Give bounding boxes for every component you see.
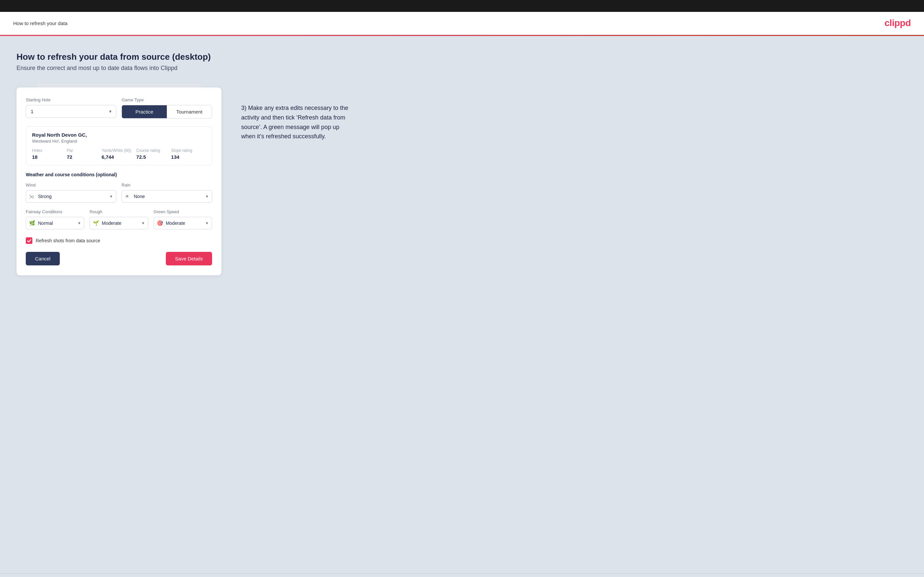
- card-hint: [37, 84, 201, 87]
- stat-course-rating: Course rating 72.5: [136, 148, 171, 160]
- course-rating-label: Course rating: [136, 148, 171, 153]
- conditions-bottom-row: Fairway Conditions 🌿 Normal Soft Hard ▼: [26, 209, 212, 229]
- fairway-select[interactable]: Normal Soft Hard: [26, 217, 84, 229]
- cancel-button[interactable]: Cancel: [26, 252, 60, 265]
- page-heading: How to refresh your data from source (de…: [16, 52, 908, 62]
- stat-par: Par 72: [67, 148, 102, 160]
- rough-col: Rough 🌱 Moderate Light Heavy ▼: [89, 209, 148, 229]
- starting-hole-col: Starting Hole 1 10 ▼: [26, 97, 116, 119]
- rain-col: Rain ☀ None Light Heavy ▼: [121, 182, 212, 203]
- par-label: Par: [67, 148, 102, 153]
- green-dropdown-wrapper: 🎯 Moderate Slow Fast ▼: [153, 217, 212, 229]
- slope-value: 134: [171, 154, 206, 160]
- starting-hole-select[interactable]: 1 10: [26, 105, 116, 118]
- side-note: 3) Make any extra edits necessary to the…: [241, 84, 354, 141]
- conditions-title: Weather and course conditions (optional): [26, 172, 212, 177]
- wind-col: Wind 🌬 Strong None Light Moderate ▼: [26, 182, 116, 203]
- logo: clippd: [885, 18, 911, 28]
- slope-label: Slope rating: [171, 148, 206, 153]
- side-note-text: 3) Make any extra edits necessary to the…: [241, 103, 354, 141]
- fairway-dropdown-wrapper: 🌿 Normal Soft Hard ▼: [26, 217, 84, 229]
- course-card: Royal North Devon GC, Westward Ho!, Engl…: [26, 126, 212, 165]
- rain-select[interactable]: None Light Heavy: [121, 190, 212, 203]
- starting-hole-label: Starting Hole: [26, 97, 116, 102]
- wind-select[interactable]: Strong None Light Moderate: [26, 190, 116, 203]
- course-rating-value: 72.5: [136, 154, 171, 160]
- refresh-checkbox[interactable]: [26, 237, 32, 244]
- starting-hole-wrapper: 1 10 ▼: [26, 105, 116, 118]
- green-speed-select[interactable]: Moderate Slow Fast: [153, 217, 212, 229]
- green-speed-label: Green Speed: [153, 209, 212, 214]
- form-card: Starting Hole 1 10 ▼ Game Type Practi: [16, 84, 221, 275]
- yards-label: Yards/White (M)): [102, 148, 136, 153]
- yards-value: 6,744: [102, 154, 136, 160]
- tournament-button[interactable]: Tournament: [167, 105, 212, 118]
- fairway-label: Fairway Conditions: [26, 209, 84, 214]
- refresh-label: Refresh shots from data source: [36, 238, 100, 243]
- content-area: Starting Hole 1 10 ▼ Game Type Practi: [16, 84, 908, 275]
- footer: Copyright Clippd 2022: [0, 573, 924, 577]
- rough-select[interactable]: Moderate Light Heavy: [89, 217, 148, 229]
- header-title: How to refresh your data: [13, 21, 68, 26]
- top-bar: [0, 0, 924, 12]
- course-name: Royal North Devon GC,: [32, 132, 206, 138]
- course-location: Westward Ho!, England: [32, 139, 206, 143]
- refresh-checkbox-row: Refresh shots from data source: [26, 237, 212, 244]
- rough-dropdown-wrapper: 🌱 Moderate Light Heavy ▼: [89, 217, 148, 229]
- fairway-col: Fairway Conditions 🌿 Normal Soft Hard ▼: [26, 209, 84, 229]
- stat-holes: Holes 18: [32, 148, 67, 160]
- holes-label: Holes: [32, 148, 67, 153]
- btn-row: Cancel Save Details: [26, 252, 212, 265]
- game-type-label: Game Type: [121, 97, 212, 102]
- save-button[interactable]: Save Details: [166, 252, 212, 265]
- row-hole-gametype: Starting Hole 1 10 ▼ Game Type Practi: [26, 97, 212, 119]
- stat-slope: Slope rating 134: [171, 148, 206, 160]
- rain-label: Rain: [121, 182, 212, 187]
- form-panel: Starting Hole 1 10 ▼ Game Type Practi: [16, 87, 221, 275]
- green-speed-col: Green Speed 🎯 Moderate Slow Fast ▼: [153, 209, 212, 229]
- holes-value: 18: [32, 154, 67, 160]
- wind-dropdown-wrapper: 🌬 Strong None Light Moderate ▼: [26, 190, 116, 203]
- game-type-toggle: Practice Tournament: [121, 105, 212, 119]
- stat-yards: Yards/White (M)) 6,744: [102, 148, 136, 160]
- wind-label: Wind: [26, 182, 116, 187]
- header: How to refresh your data clippd: [0, 12, 924, 35]
- main-content: How to refresh your data from source (de…: [0, 36, 924, 573]
- practice-button[interactable]: Practice: [122, 105, 167, 118]
- page-subheading: Ensure the correct and most up to date d…: [16, 65, 908, 72]
- course-stats: Holes 18 Par 72 Yards/White (M)) 6,744: [32, 148, 206, 160]
- par-value: 72: [67, 154, 102, 160]
- rain-dropdown-wrapper: ☀ None Light Heavy ▼: [121, 190, 212, 203]
- game-type-col: Game Type Practice Tournament: [121, 97, 212, 119]
- rough-label: Rough: [89, 209, 148, 214]
- conditions-top-row: Wind 🌬 Strong None Light Moderate ▼: [26, 182, 212, 203]
